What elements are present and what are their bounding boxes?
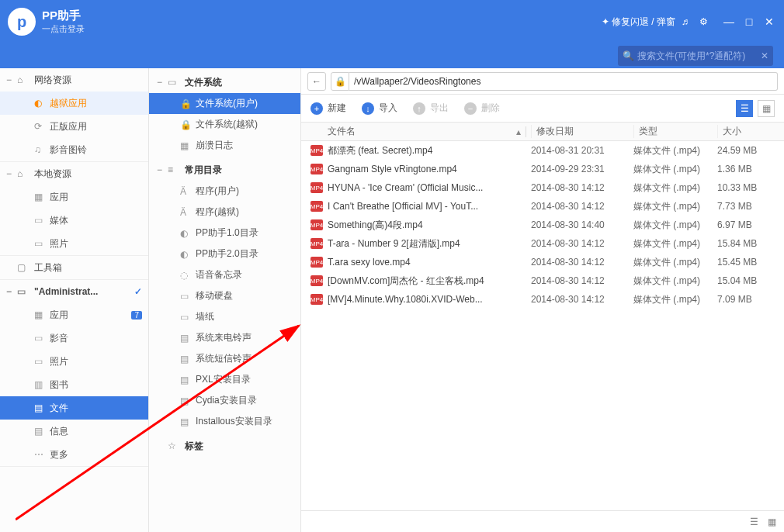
view-thumb-icon[interactable]: ▦ xyxy=(768,516,776,527)
view-detail-icon[interactable]: ☰ xyxy=(750,516,758,527)
file-size: 15.04 MB xyxy=(717,275,784,286)
file-name: HYUNA - 'Ice Cream' (Official Music... xyxy=(328,182,531,193)
delete-button[interactable]: −删除 xyxy=(464,102,500,115)
toolbox-button[interactable]: ▢工具箱 xyxy=(0,256,148,279)
file-type: 媒体文件 (.mp4) xyxy=(633,237,717,250)
tree-item-sys-call[interactable]: ▤系统来电铃声 xyxy=(149,327,300,348)
file-name: T-ara - Number 9 2[超清版].mp4 xyxy=(328,237,531,250)
statusbar: ☰ ▦ xyxy=(301,510,784,532)
device-item-dev-books[interactable]: ▥图书 xyxy=(0,373,148,396)
sidebar-item-genuine-apps[interactable]: ⟳正版应用 xyxy=(0,115,148,138)
file-row[interactable]: MP4HYUNA - 'Ice Cream' (Official Music..… xyxy=(301,178,784,197)
music-icon[interactable]: ♬ xyxy=(682,16,689,27)
mp4-icon: MP4 xyxy=(310,182,323,193)
settings-icon[interactable]: ⚙ xyxy=(699,16,708,27)
file-name: 都漂亮 (feat. Secret).mp4 xyxy=(328,144,531,157)
content-pane: ← 🔒 +新建 ↓导入 ↑导出 −删除 ☰ ▦ 文件名▴ 修改日期 类型 大小 … xyxy=(301,68,784,532)
file-row[interactable]: MP4Something(高)4段.mp42014-08-30 14:40媒体文… xyxy=(301,216,784,234)
tree-item-pp1[interactable]: ◐PP助手1.0目录 xyxy=(149,223,300,244)
login-link[interactable]: 一点击登录 xyxy=(42,23,85,35)
tree-item-prog-jb[interactable]: Ä程序(越狱) xyxy=(149,202,300,223)
mp4-icon: MP4 xyxy=(310,219,323,230)
maximize-button[interactable]: □ xyxy=(742,15,756,29)
back-button[interactable]: ← xyxy=(307,72,326,91)
col-size[interactable]: 大小 xyxy=(717,125,784,138)
file-size: 24.59 MB xyxy=(717,145,784,156)
sidebar-item-apps[interactable]: ▦应用 xyxy=(0,185,148,209)
file-size: 15.84 MB xyxy=(717,238,784,249)
export-button[interactable]: ↑导出 xyxy=(413,102,449,115)
device-item-dev-photos[interactable]: ▭照片 xyxy=(0,350,148,373)
file-row[interactable]: MP4[DownMV.com]周杰伦 - 红尘客栈.mp42014-08-30 … xyxy=(301,271,784,290)
sidebar-item-jailbreak-apps[interactable]: ◐越狱应用 xyxy=(0,92,148,115)
view-grid-button[interactable]: ▦ xyxy=(758,100,775,117)
file-type: 媒体文件 (.mp4) xyxy=(633,181,717,195)
file-date: 2014-09-29 23:31 xyxy=(531,164,633,174)
device-item-dev-info[interactable]: ▤信息 xyxy=(0,420,148,443)
device-header[interactable]: −▭"Administrat...✓ xyxy=(0,280,148,303)
mp4-icon: MP4 xyxy=(310,238,323,249)
search-input[interactable] xyxy=(637,50,761,61)
file-row[interactable]: MP4T.ara sexy love.mp42014-08-30 14:12媒体… xyxy=(301,253,784,271)
tree-item-prog-user[interactable]: Ä程序(用户) xyxy=(149,181,300,202)
device-item-dev-video[interactable]: ▭影音 xyxy=(0,326,148,350)
check-icon: ✓ xyxy=(134,286,142,297)
col-type[interactable]: 类型 xyxy=(633,125,717,138)
search-box[interactable]: 🔍 ✕ xyxy=(618,46,773,66)
file-name: Gangnam Style vRingtone.mp4 xyxy=(328,164,531,174)
minimize-button[interactable]: — xyxy=(722,15,736,29)
sidebar-item-photos[interactable]: ▭照片 xyxy=(0,232,148,255)
tree-group-header[interactable]: −▭文件系统 xyxy=(149,71,300,93)
file-type: 媒体文件 (.mp4) xyxy=(633,144,717,157)
tree-item-installous[interactable]: ▤Installous安装目录 xyxy=(149,411,300,432)
mp4-icon: MP4 xyxy=(310,164,323,174)
file-row[interactable]: MP4都漂亮 (feat. Secret).mp42014-08-31 20:3… xyxy=(301,141,784,160)
app-logo-icon: p xyxy=(8,8,36,36)
device-item-dev-more[interactable]: ⋯更多 xyxy=(0,443,148,466)
file-type: 媒体文件 (.mp4) xyxy=(633,219,717,232)
device-item-dev-files[interactable]: ▤文件 xyxy=(0,396,148,420)
tree-group-header[interactable]: ☆标签 xyxy=(149,435,300,457)
import-button[interactable]: ↓导入 xyxy=(362,102,397,115)
col-name[interactable]: 文件名▴ xyxy=(301,125,531,138)
sidebar-primary: −⌂网络资源◐越狱应用⟳正版应用♫影音图铃−⌂本地资源▦应用▭媒体▭照片▢工具箱… xyxy=(0,68,149,532)
tree-item-wallpaper[interactable]: ▭墙纸 xyxy=(149,306,300,327)
tree-item-cydia[interactable]: ▤Cydia安装目录 xyxy=(149,390,300,411)
file-row[interactable]: MP4Gangnam Style vRingtone.mp42014-09-29… xyxy=(301,160,784,178)
tree-item-pxl[interactable]: ▤PXL安装目录 xyxy=(149,369,300,390)
tree-item-hdd[interactable]: ▭移动硬盘 xyxy=(149,285,300,306)
tree-item-crash-log[interactable]: ▦崩溃日志 xyxy=(149,135,300,156)
path-input[interactable] xyxy=(349,72,778,91)
fix-crash-link[interactable]: ✦ 修复闪退 / 弹窗 xyxy=(602,16,675,29)
sidebar-item-ringtones[interactable]: ♫影音图铃 xyxy=(0,138,148,161)
file-name: [MV]4.Minute.Why.1080i.XVID-Web... xyxy=(328,294,531,305)
clear-search-icon[interactable]: ✕ xyxy=(761,50,768,61)
mp4-icon: MP4 xyxy=(310,145,323,156)
sidebar-item-media[interactable]: ▭媒体 xyxy=(0,209,148,232)
file-name: [DownMV.com]周杰伦 - 红尘客栈.mp4 xyxy=(328,275,531,288)
mp4-icon: MP4 xyxy=(310,275,323,286)
toolbar: +新建 ↓导入 ↑导出 −删除 ☰ ▦ xyxy=(301,95,784,123)
tree-item-pp2[interactable]: ◐PP助手2.0目录 xyxy=(149,244,300,264)
file-row[interactable]: MP4I Can't Breathe [Official MV] - YouT.… xyxy=(301,197,784,216)
view-list-button[interactable]: ☰ xyxy=(736,100,753,117)
file-row[interactable]: MP4[MV]4.Minute.Why.1080i.XVID-Web...201… xyxy=(301,290,784,309)
file-row[interactable]: MP4T-ara - Number 9 2[超清版].mp42014-08-30… xyxy=(301,234,784,253)
sidebar-group-header[interactable]: −⌂网络资源 xyxy=(0,68,148,92)
device-item-dev-apps[interactable]: ▦应用7 xyxy=(0,303,148,326)
tree-item-fs-user[interactable]: 🔒文件系统(用户) xyxy=(149,93,300,114)
sidebar-group-header[interactable]: −⌂本地资源 xyxy=(0,162,148,185)
table-header: 文件名▴ 修改日期 类型 大小 xyxy=(301,123,784,141)
tree-item-fs-jailbreak[interactable]: 🔒文件系统(越狱) xyxy=(149,114,300,135)
new-button[interactable]: +新建 xyxy=(310,102,346,115)
col-date[interactable]: 修改日期 xyxy=(531,125,633,138)
file-date: 2014-08-30 14:12 xyxy=(531,201,633,212)
mp4-icon: MP4 xyxy=(310,257,323,268)
tree-item-voice[interactable]: ◌语音备忘录 xyxy=(149,264,300,285)
tree-item-sys-sms[interactable]: ▤系统短信铃声 xyxy=(149,348,300,369)
app-title: PP助手 xyxy=(42,9,85,23)
file-date: 2014-08-30 14:12 xyxy=(531,238,633,249)
file-date: 2014-08-30 14:12 xyxy=(531,294,633,305)
tree-group-header[interactable]: −≡常用目录 xyxy=(149,159,300,181)
close-button[interactable]: ✕ xyxy=(762,15,776,29)
